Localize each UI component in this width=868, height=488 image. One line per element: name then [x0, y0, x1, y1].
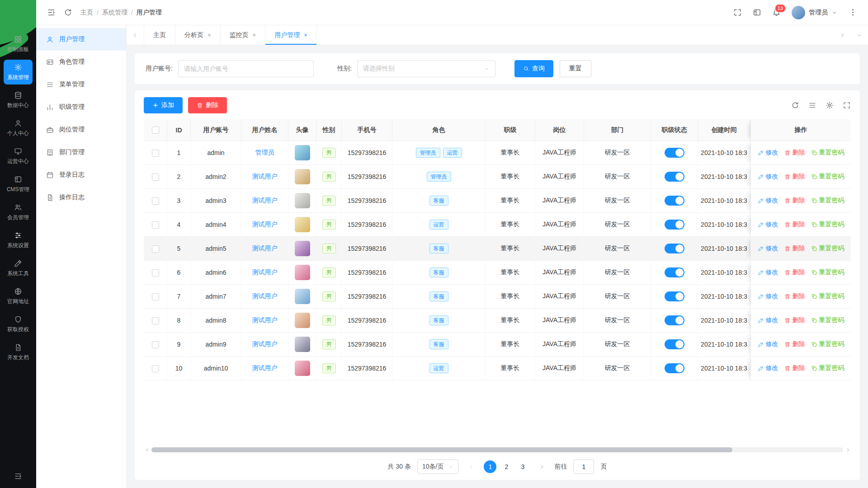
column-header[interactable]: ID	[167, 119, 191, 141]
delete-button[interactable]: 删除	[188, 97, 227, 113]
avatar[interactable]	[295, 241, 310, 256]
user-name-link[interactable]: 测试用户	[252, 316, 278, 324]
menu-item[interactable]: 部门管理	[36, 141, 126, 164]
row-checkbox[interactable]	[152, 341, 159, 348]
avatar[interactable]	[295, 265, 310, 280]
refresh-icon[interactable]	[64, 8, 72, 17]
reset-password-link[interactable]: 重置密码	[811, 173, 844, 181]
status-toggle[interactable]	[665, 172, 684, 182]
edit-link[interactable]: 修改	[758, 316, 778, 324]
tab-close-icon[interactable]: ×	[208, 32, 211, 38]
menu-item[interactable]: 登录日志	[36, 164, 126, 186]
add-button[interactable]: 添加	[144, 97, 183, 113]
row-checkbox[interactable]	[152, 174, 159, 181]
row-checkbox[interactable]	[152, 365, 159, 372]
reset-password-link[interactable]: 重置密码	[811, 149, 844, 157]
avatar[interactable]	[295, 289, 310, 304]
scrollbar-thumb[interactable]	[151, 447, 732, 452]
avatar[interactable]	[295, 337, 310, 352]
status-toggle[interactable]	[665, 148, 684, 158]
primary-nav-item[interactable]: 数据中心	[4, 88, 33, 113]
user-name-link[interactable]: 测试用户	[252, 244, 278, 252]
row-checkbox[interactable]	[152, 269, 159, 277]
status-toggle[interactable]	[665, 196, 684, 206]
status-toggle[interactable]	[665, 315, 684, 325]
edit-link[interactable]: 修改	[758, 364, 778, 372]
column-settings-icon[interactable]	[826, 101, 834, 109]
delete-link[interactable]: 删除	[784, 221, 805, 229]
tab[interactable]: 用户管理×	[265, 25, 317, 45]
column-header[interactable]: 手机号	[342, 119, 392, 141]
avatar[interactable]	[295, 361, 310, 376]
primary-nav-item[interactable]: CMS管理	[4, 172, 33, 197]
tab[interactable]: 主页	[144, 25, 175, 45]
more-options-icon[interactable]	[849, 8, 857, 17]
reset-password-link[interactable]: 重置密码	[811, 221, 844, 229]
primary-nav-item[interactable]: 个人中心	[4, 116, 33, 141]
menu-item[interactable]: 岗位管理	[36, 118, 126, 141]
row-checkbox[interactable]	[152, 221, 159, 229]
reset-password-link[interactable]: 重置密码	[811, 197, 844, 205]
reset-password-link[interactable]: 重置密码	[811, 268, 844, 277]
row-checkbox[interactable]	[152, 317, 159, 324]
status-toggle[interactable]	[665, 220, 684, 230]
tab[interactable]: 监控页×	[221, 25, 266, 45]
select-all-checkbox[interactable]	[152, 127, 159, 134]
column-header[interactable]: 创建时间	[698, 119, 750, 141]
breadcrumb-item[interactable]: 主页	[80, 9, 93, 17]
tab[interactable]: 分析页×	[175, 25, 221, 45]
tab-close-icon[interactable]: ×	[304, 32, 307, 38]
avatar[interactable]	[295, 145, 310, 160]
primary-nav-item[interactable]: 系统工具	[4, 256, 33, 281]
reset-button[interactable]: 重置	[560, 60, 591, 77]
avatar[interactable]	[295, 313, 310, 328]
notifications-button[interactable]: 13	[772, 8, 781, 18]
menu-item[interactable]: 职级管理	[36, 96, 126, 118]
edit-link[interactable]: 修改	[758, 244, 778, 253]
column-header[interactable]: 用户账号	[191, 119, 241, 141]
status-toggle[interactable]	[665, 291, 684, 301]
page-button[interactable]: 1	[484, 460, 496, 473]
column-header[interactable]: 职级	[486, 119, 535, 141]
column-header[interactable]: 用户姓名	[241, 119, 288, 141]
primary-nav-item[interactable]: 开发文档	[4, 340, 33, 365]
primary-nav-item[interactable]: 官网地址	[4, 284, 33, 309]
column-header[interactable]: 岗位	[535, 119, 584, 141]
delete-link[interactable]: 删除	[784, 292, 805, 300]
menu-item[interactable]: 角色管理	[36, 51, 126, 73]
sidebar-collapse-button[interactable]	[14, 465, 22, 488]
layout-icon[interactable]	[753, 8, 761, 17]
avatar[interactable]	[295, 217, 310, 232]
scroll-right-button[interactable]	[844, 446, 851, 453]
table-fullscreen-icon[interactable]	[843, 101, 851, 109]
breadcrumb-item[interactable]: 系统管理	[102, 9, 127, 17]
status-toggle[interactable]	[665, 244, 684, 253]
delete-link[interactable]: 删除	[784, 268, 805, 277]
tabs-dropdown[interactable]	[851, 32, 868, 38]
breadcrumb-item[interactable]: 用户管理	[137, 9, 162, 17]
edit-link[interactable]: 修改	[758, 340, 778, 348]
density-icon[interactable]	[808, 101, 816, 109]
user-name-link[interactable]: 测试用户	[252, 292, 278, 300]
row-checkbox[interactable]	[152, 197, 159, 205]
edit-link[interactable]: 修改	[758, 173, 778, 181]
reset-password-link[interactable]: 重置密码	[811, 244, 844, 253]
user-name-link[interactable]: 测试用户	[252, 340, 278, 347]
row-checkbox[interactable]	[152, 293, 159, 300]
status-toggle[interactable]	[665, 363, 684, 373]
fullscreen-icon[interactable]	[733, 8, 742, 17]
page-size-select[interactable]: 10条/页	[417, 460, 458, 474]
primary-nav-item[interactable]: 会员管理	[4, 200, 33, 225]
primary-nav-item[interactable]: 系统管理	[4, 60, 33, 84]
column-header[interactable]: 性别	[316, 119, 342, 141]
tabs-scroll-left[interactable]	[127, 32, 144, 38]
delete-link[interactable]: 删除	[784, 244, 805, 253]
column-header[interactable]: 角色	[392, 119, 486, 141]
menu-fold-icon[interactable]	[47, 8, 56, 17]
column-header[interactable]: 职级状态	[651, 119, 698, 141]
column-header[interactable]: 部门	[584, 119, 651, 141]
primary-nav-item[interactable]: 控制面板	[4, 32, 33, 56]
table-refresh-icon[interactable]	[791, 101, 799, 109]
menu-item[interactable]: 菜单管理	[36, 73, 126, 96]
tabs-scroll-right[interactable]	[834, 32, 851, 38]
